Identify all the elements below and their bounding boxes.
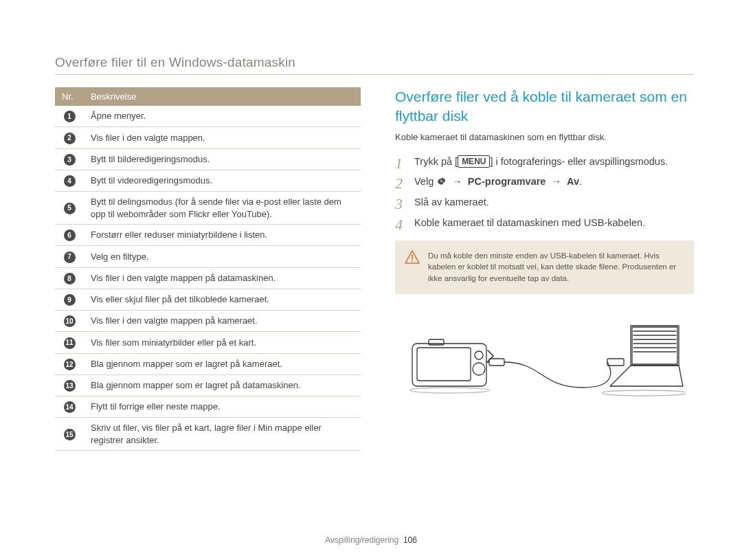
svg-point-16	[602, 390, 686, 396]
table-row: 15Skriv ut filer, vis filer på et kart, …	[55, 418, 361, 451]
number-badge: 12	[64, 359, 76, 370]
th-nr: Nr.	[55, 87, 84, 106]
number-badge: 6	[64, 229, 76, 241]
row-number-cell: 6	[55, 225, 84, 246]
row-number-cell: 1	[55, 106, 84, 127]
table-row: 5Bytt til delingsmodus (for å sende file…	[55, 192, 361, 225]
row-number-cell: 4	[55, 170, 84, 191]
number-badge: 8	[64, 273, 76, 284]
note-text: Du må koble den minste enden av USB-kabe…	[428, 251, 676, 282]
usb-illustration	[395, 312, 694, 408]
arrow-icon: →	[551, 176, 561, 187]
steps-list: Trykk på [MENU] i fotograferings- eller …	[395, 155, 694, 231]
row-desc-cell: Bytt til videoredigeringsmodus.	[84, 170, 361, 191]
table-row: 11Vis filer som miniatyrbilder eller på …	[55, 332, 361, 353]
table-row: 13Bla gjennom mapper som er lagret på da…	[55, 374, 361, 396]
page-title: Overføre filer til en Windows-datamaskin	[55, 55, 694, 75]
table-row: 9Vis eller skjul filer på det tilkoblede…	[55, 289, 361, 310]
row-number-cell: 7	[55, 246, 84, 267]
number-badge: 14	[64, 401, 76, 413]
menu-button-label: MENU	[458, 155, 490, 168]
step-2: Velg → PC-programvare → Av.	[395, 175, 694, 190]
table-row: 4Bytt til videoredigeringsmodus.	[55, 170, 361, 191]
row-desc-cell: Velg en filtype.	[84, 246, 361, 267]
row-desc-cell: Forstørr eller reduser miniatyrbildene i…	[84, 225, 361, 246]
row-desc-cell: Bla gjennom mapper som er lagret på kame…	[84, 353, 361, 374]
number-badge: 7	[64, 251, 76, 263]
step-1: Trykk på [MENU] i fotograferings- eller …	[395, 155, 694, 170]
table-row: 1Åpne menyer.	[55, 106, 361, 127]
row-desc-cell: Vis filer i den valgte mappen på datamas…	[84, 267, 361, 289]
table-row: 12Bla gjennom mapper som er lagret på ka…	[55, 353, 361, 374]
number-badge: 9	[64, 294, 76, 306]
row-number-cell: 8	[55, 267, 84, 289]
row-number-cell: 9	[55, 289, 84, 310]
footer-page: 106	[403, 535, 417, 545]
step2-path-b: Av	[567, 176, 579, 187]
table-row: 7Velg en filtype.	[55, 246, 361, 267]
number-badge: 1	[64, 111, 76, 122]
arrow-icon: →	[452, 176, 462, 187]
page-footer: Avspilling/redigering 106	[0, 535, 742, 545]
description-table: Nr. Beskrivelse 1Åpne menyer.2Vis filer …	[55, 87, 361, 451]
row-desc-cell: Bytt til bilderedigeringsmodus.	[84, 148, 361, 170]
svg-point-5	[473, 363, 485, 375]
svg-rect-0	[412, 254, 413, 258]
step2-path-a: PC-programvare	[468, 176, 546, 187]
row-number-cell: 12	[55, 353, 84, 374]
svg-rect-8	[489, 359, 504, 366]
number-badge: 5	[64, 203, 76, 214]
table-row: 6Forstørr eller reduser miniatyrbildene …	[55, 225, 361, 246]
step1-post: ] i fotograferings- eller avspillingsmod…	[490, 156, 668, 167]
row-number-cell: 11	[55, 332, 84, 353]
step1-pre: Trykk på [	[414, 156, 458, 167]
row-number-cell: 2	[55, 127, 84, 148]
svg-rect-9	[607, 359, 624, 366]
row-desc-cell: Åpne menyer.	[84, 106, 361, 127]
number-badge: 15	[64, 429, 76, 440]
th-desc: Beskrivelse	[84, 87, 361, 106]
svg-point-7	[409, 388, 489, 393]
number-badge: 11	[64, 337, 76, 349]
row-desc-cell: Vis filer i den valgte mappen.	[84, 127, 361, 148]
row-number-cell: 5	[55, 192, 84, 225]
row-desc-cell: Flytt til forrige eller neste mappe.	[84, 396, 361, 418]
row-number-cell: 14	[55, 396, 84, 418]
number-badge: 13	[64, 380, 76, 392]
row-desc-cell: Skriv ut filer, vis filer på et kart, la…	[84, 418, 361, 451]
number-badge: 4	[64, 175, 76, 187]
svg-rect-2	[412, 344, 486, 386]
table-row: 10Vis filer i den valgte mappen på kamer…	[55, 311, 361, 332]
svg-rect-6	[429, 339, 444, 345]
section-intro: Koble kameraet til datamaskinen som en f…	[395, 132, 694, 142]
row-desc-cell: Bytt til delingsmodus (for å sende filer…	[84, 192, 361, 225]
step-4: Koble kameraet til datamaskinen med USB-…	[395, 216, 694, 231]
warning-note: Du må koble den minste enden av USB-kabe…	[395, 240, 694, 294]
gear-icon	[436, 176, 447, 186]
row-number-cell: 3	[55, 148, 84, 170]
row-desc-cell: Vis filer som miniatyrbilder eller på et…	[84, 332, 361, 353]
svg-rect-1	[412, 260, 413, 261]
table-row: 2Vis filer i den valgte mappen.	[55, 127, 361, 148]
svg-point-4	[475, 351, 483, 359]
row-desc-cell: Bla gjennom mapper som er lagret på data…	[84, 374, 361, 396]
row-desc-cell: Vis filer i den valgte mappen på kamerae…	[84, 311, 361, 332]
table-row: 8Vis filer i den valgte mappen på datama…	[55, 267, 361, 289]
number-badge: 2	[64, 133, 76, 144]
number-badge: 10	[64, 315, 76, 327]
svg-rect-3	[417, 348, 471, 381]
row-number-cell: 13	[55, 374, 84, 396]
step-3: Slå av kameraet.	[395, 195, 694, 210]
section-title: Overføre filer ved å koble til kameraet …	[395, 87, 694, 126]
step2-pre: Velg	[414, 176, 436, 187]
row-number-cell: 10	[55, 311, 84, 332]
footer-section: Avspilling/redigering	[325, 535, 398, 545]
number-badge: 3	[64, 154, 76, 166]
table-row: 3Bytt til bilderedigeringsmodus.	[55, 148, 361, 170]
table-row: 14Flytt til forrige eller neste mappe.	[55, 396, 361, 418]
row-number-cell: 15	[55, 418, 84, 451]
row-desc-cell: Vis eller skjul filer på det tilkoblede …	[84, 289, 361, 310]
warning-icon	[405, 250, 420, 267]
